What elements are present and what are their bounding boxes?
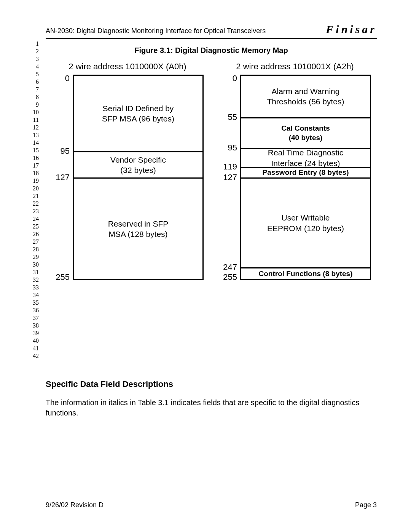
- memory-segment: Alarm and Warning Thresholds (56 bytes): [241, 76, 370, 118]
- memory-segment: Serial ID Defined by SFP MSA (96 bytes): [74, 76, 202, 152]
- address-label: 0: [233, 73, 237, 83]
- address-label: 95: [228, 143, 237, 153]
- line-numbers: 1 2 3 4 5 6 7 8 9 10 11 12 13 14 15 16 1…: [30, 40, 39, 360]
- memory-map-a2h: 2 wire address 1010001X (A2h) 0559511912…: [219, 62, 371, 280]
- memory-maps: 2 wire address 1010000X (A0h) 095127255 …: [46, 62, 377, 280]
- section-body: The information in italics in Table 3.1 …: [46, 398, 377, 418]
- figure-caption: Figure 3.1: Digital Diagnostic Memory Ma…: [46, 46, 377, 55]
- memory-segment: Password Entry (8 bytes): [241, 168, 370, 179]
- address-label: 255: [223, 272, 237, 282]
- map-body-right: 05595119127247255 Alarm and Warning Thre…: [219, 75, 371, 280]
- memory-segment: Cal Constants (40 bytes): [241, 118, 370, 149]
- page-content: Figure 3.1: Digital Diagnostic Memory Ma…: [46, 46, 377, 418]
- footer-page: Page 3: [355, 501, 377, 509]
- segments-right: Alarm and Warning Thresholds (56 bytes)C…: [240, 75, 371, 280]
- section-heading: Specific Data Field Descriptions: [46, 379, 377, 389]
- address-label: 247: [223, 262, 237, 272]
- address-label: 255: [56, 272, 70, 282]
- address-column-right: 05595119127247255: [219, 75, 240, 280]
- memory-map-a0h: 2 wire address 1010000X (A0h) 095127255 …: [51, 62, 204, 280]
- map-title-left: 2 wire address 1010000X (A0h): [51, 62, 204, 72]
- address-label: 127: [56, 173, 70, 182]
- map-title-right: 2 wire address 1010001X (A2h): [219, 62, 371, 72]
- memory-segment: Real Time Diagnostic Interface (24 bytes…: [241, 149, 370, 168]
- header-title: AN-2030: Digital Diagnostic Monitoring I…: [46, 27, 266, 35]
- page-footer: 9/26/02 Revision D Page 3: [46, 501, 377, 509]
- address-label: 119: [223, 162, 237, 172]
- footer-revision: 9/26/02 Revision D: [46, 501, 104, 509]
- memory-segment: User Writable EEPROM (120 bytes): [241, 179, 370, 268]
- address-label: 55: [228, 112, 237, 122]
- memory-segment: Vendor Specific (32 bytes): [74, 152, 202, 179]
- address-column-left: 095127255: [51, 75, 73, 280]
- header-brand: Finisar: [326, 23, 377, 36]
- memory-segment: Reserved in SFP MSA (128 bytes): [74, 179, 202, 279]
- address-label: 127: [223, 173, 237, 182]
- memory-segment: Control Functions (8 bytes): [241, 268, 370, 279]
- address-label: 0: [65, 73, 70, 83]
- address-label: 95: [61, 146, 70, 156]
- segments-left: Serial ID Defined by SFP MSA (96 bytes)V…: [73, 75, 204, 280]
- page-header: AN-2030: Digital Diagnostic Monitoring I…: [46, 23, 377, 39]
- map-body-left: 095127255 Serial ID Defined by SFP MSA (…: [51, 75, 204, 280]
